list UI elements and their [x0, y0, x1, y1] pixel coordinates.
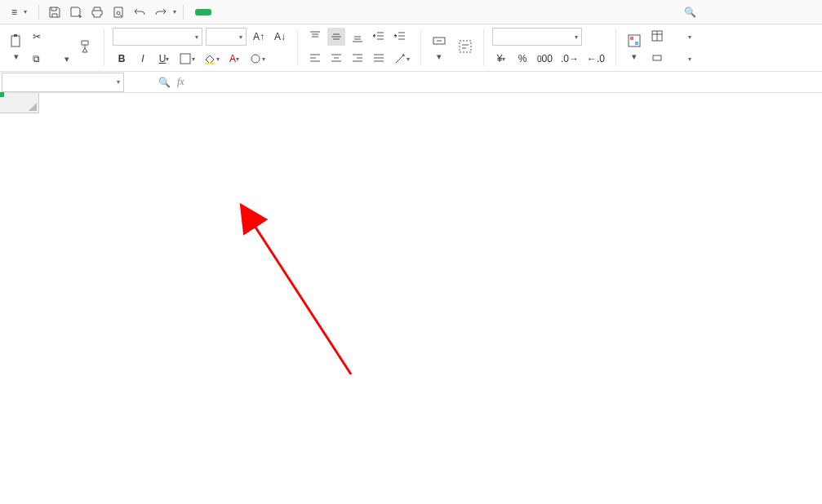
- svg-rect-11: [653, 55, 661, 60]
- ribbon: ▾ ✂ ⧉ ▾ ▾ ▾ A↑ A↓ B I U▾ ▾ ▾ A▾ ▾: [0, 24, 822, 72]
- save-as-icon[interactable]: [67, 3, 85, 21]
- conditional-format-button[interactable]: ▾: [624, 28, 644, 67]
- font-size-dropdown[interactable]: ▾: [206, 28, 247, 46]
- svg-rect-2: [180, 54, 190, 64]
- copy-icon: ⧉: [33, 53, 40, 64]
- print-icon[interactable]: [88, 3, 106, 21]
- align-middle-icon[interactable]: [327, 28, 345, 46]
- cell-style-icon: [651, 51, 664, 67]
- justify-icon[interactable]: [370, 50, 388, 68]
- svg-rect-6: [460, 41, 471, 52]
- ribbon-tabs: [195, 9, 355, 15]
- copy-button[interactable]: [43, 50, 61, 68]
- border-button[interactable]: ▾: [176, 50, 198, 68]
- tab-developer[interactable]: [321, 9, 337, 15]
- currency-icon[interactable]: ¥▾: [492, 50, 510, 68]
- italic-button[interactable]: I: [134, 50, 152, 68]
- decrease-indent-icon[interactable]: [370, 28, 388, 46]
- fx-icon[interactable]: fx: [177, 76, 184, 88]
- tab-insert[interactable]: [213, 9, 229, 15]
- tab-member[interactable]: [339, 9, 355, 15]
- red-arrow-annotation: [212, 199, 424, 411]
- align-right-icon[interactable]: [349, 50, 367, 68]
- select-all-corner[interactable]: [0, 93, 39, 113]
- save-icon[interactable]: [46, 3, 64, 21]
- increase-indent-icon[interactable]: [391, 28, 409, 46]
- divider: [38, 5, 39, 20]
- format-painter-button[interactable]: [76, 28, 96, 67]
- search-input[interactable]: [701, 7, 815, 18]
- increase-decimal-icon[interactable]: .0→: [558, 50, 581, 68]
- chevron-down-icon: ▾: [24, 8, 27, 15]
- name-box[interactable]: ▾: [2, 73, 124, 92]
- decrease-font-icon[interactable]: A↓: [271, 28, 289, 46]
- svg-point-4: [251, 55, 260, 63]
- number-format-dropdown[interactable]: ▾: [492, 28, 582, 46]
- table-style-button[interactable]: [667, 28, 685, 46]
- fill-color-button[interactable]: ▾: [201, 50, 222, 68]
- align-top-icon[interactable]: [306, 28, 324, 46]
- svg-line-12: [253, 223, 351, 374]
- menubar: ≡ ▾ ▾ 🔍: [0, 0, 822, 24]
- underline-button[interactable]: U▾: [155, 50, 173, 68]
- divider: [104, 29, 104, 66]
- cell-style-button[interactable]: [667, 50, 685, 68]
- bold-button[interactable]: B: [113, 50, 131, 68]
- divider: [615, 29, 616, 66]
- tab-view[interactable]: [303, 9, 319, 15]
- paste-button[interactable]: ▾: [7, 28, 26, 67]
- divider: [420, 29, 421, 66]
- divider: [297, 29, 298, 66]
- redo-icon[interactable]: [152, 3, 170, 21]
- divider: [183, 5, 184, 20]
- undo-icon[interactable]: [131, 3, 149, 21]
- svg-rect-9: [635, 42, 638, 45]
- svg-rect-8: [630, 37, 633, 40]
- percent-icon[interactable]: %: [513, 50, 531, 68]
- formula-bar-row: ▾ 🔍 fx: [0, 72, 822, 93]
- formula-bar[interactable]: 🔍 fx: [158, 76, 184, 88]
- hamburger-icon: ≡: [11, 7, 17, 18]
- font-name-dropdown[interactable]: ▾: [113, 28, 202, 46]
- cancel-icon[interactable]: 🔍: [158, 77, 171, 88]
- file-menu[interactable]: ≡ ▾: [7, 5, 32, 20]
- align-left-icon[interactable]: [306, 50, 324, 68]
- search-icon: 🔍: [684, 7, 696, 18]
- tab-start[interactable]: [195, 9, 211, 15]
- decrease-decimal-icon[interactable]: ←.0: [584, 50, 607, 68]
- cut-button[interactable]: [44, 28, 62, 46]
- scissors-icon: ✂: [33, 31, 41, 42]
- chevron-down-icon: ▾: [117, 78, 120, 86]
- align-center-icon[interactable]: [327, 50, 345, 68]
- tab-review[interactable]: [285, 9, 301, 15]
- orientation-icon[interactable]: ▾: [391, 50, 412, 68]
- phonetic-button[interactable]: ▾: [247, 50, 268, 68]
- print-preview-icon[interactable]: [109, 3, 127, 21]
- comma-style-icon[interactable]: 000: [535, 50, 555, 68]
- increase-font-icon[interactable]: A↑: [250, 28, 268, 46]
- font-color-button[interactable]: A▾: [225, 50, 243, 68]
- tab-page-layout[interactable]: [231, 9, 247, 15]
- svg-rect-3: [205, 63, 215, 64]
- svg-rect-0: [11, 36, 20, 46]
- merge-center-button[interactable]: ▾: [429, 28, 449, 67]
- tab-formula[interactable]: [249, 9, 265, 15]
- align-bottom-icon[interactable]: [349, 28, 367, 46]
- command-search[interactable]: 🔍: [684, 7, 815, 18]
- wrap-text-button[interactable]: [455, 28, 475, 67]
- table-style-icon: [651, 29, 664, 45]
- tab-data[interactable]: [267, 9, 283, 15]
- svg-rect-1: [14, 34, 17, 37]
- divider: [483, 29, 484, 66]
- qat-dropdown-icon[interactable]: ▾: [173, 8, 176, 15]
